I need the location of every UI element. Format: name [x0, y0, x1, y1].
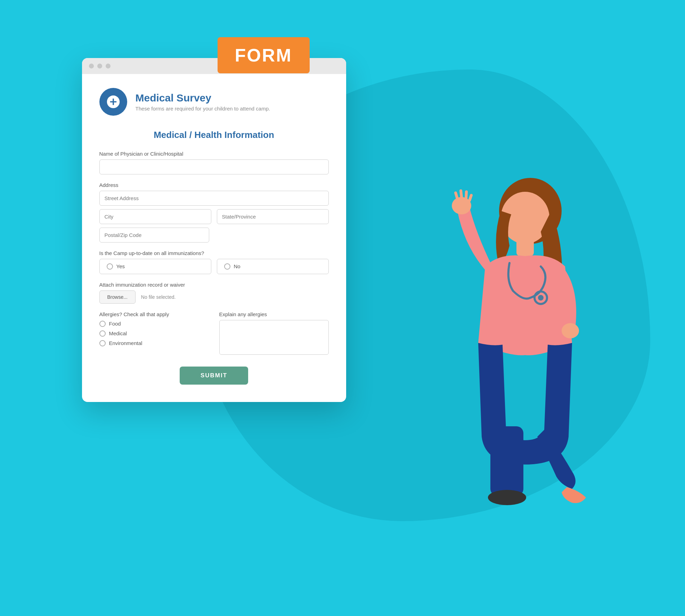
allergies-left: Allergies? Check all that apply Food Med…	[99, 311, 209, 350]
immunization-radio-group: Yes No	[99, 259, 329, 274]
environmental-checkbox[interactable]	[99, 340, 106, 346]
allergies-row: Allergies? Check all that apply Food Med…	[99, 311, 329, 356]
svg-rect-11	[490, 426, 523, 496]
allergies-field-group: Allergies? Check all that apply Food Med…	[99, 311, 329, 356]
scene: FORM Medical Survey These forms are requ…	[65, 30, 621, 586]
browser-dot-2	[97, 64, 102, 68]
address-field-group: Address	[99, 182, 329, 243]
survey-title: Medical Survey	[136, 92, 270, 104]
svg-line-7	[470, 195, 471, 200]
medical-label: Medical	[109, 330, 127, 336]
survey-icon	[99, 88, 127, 116]
survey-header: Medical Survey These forms are required …	[99, 88, 329, 116]
no-label: No	[234, 263, 240, 269]
doctor-illustration	[423, 134, 631, 517]
browser-dot-1	[89, 64, 94, 68]
survey-subtitle: These forms are required for your childr…	[136, 106, 270, 112]
svg-point-12	[488, 490, 526, 505]
file-row: Browse... No file selected.	[99, 290, 329, 304]
svg-point-3	[452, 197, 471, 214]
form-badge: FORM	[218, 37, 310, 73]
svg-line-4	[456, 193, 457, 199]
submit-button[interactable]: SUBMIT	[180, 367, 248, 385]
environmental-label: Environmental	[109, 340, 142, 346]
attach-label: Attach immunization record or waiver	[99, 282, 329, 288]
explain-label: Explain any allergies	[219, 311, 329, 317]
form-content: Medical Survey These forms are required …	[82, 74, 346, 402]
survey-title-group: Medical Survey These forms are required …	[136, 92, 270, 112]
physician-field-group: Name of Physician or Clinic/Hospital	[99, 151, 329, 174]
food-label: Food	[109, 321, 121, 327]
explain-textarea[interactable]	[219, 320, 329, 355]
immunization-label: Is the Camp up-to-date on all immunizati…	[99, 250, 329, 256]
no-radio[interactable]	[224, 263, 230, 270]
physician-label: Name of Physician or Clinic/Hospital	[99, 151, 329, 157]
attach-field-group: Attach immunization record or waiver Bro…	[99, 282, 329, 304]
food-checkbox[interactable]	[99, 321, 106, 327]
svg-point-8	[562, 323, 579, 338]
yes-label: Yes	[116, 263, 125, 269]
allergies-label: Allergies? Check all that apply	[99, 311, 209, 317]
no-option[interactable]: No	[217, 259, 329, 274]
postal-input[interactable]	[99, 228, 210, 243]
state-input[interactable]	[217, 209, 329, 224]
street-address-input[interactable]	[99, 191, 329, 206]
browse-button[interactable]: Browse...	[99, 290, 136, 304]
svg-line-6	[466, 192, 466, 198]
svg-line-5	[461, 191, 462, 197]
yes-option[interactable]: Yes	[99, 259, 211, 274]
plus-icon	[106, 94, 121, 109]
allergies-right: Explain any allergies	[219, 311, 329, 356]
yes-radio[interactable]	[107, 263, 113, 270]
section-title: Medical / Health Information	[99, 130, 329, 140]
medical-checkbox-item[interactable]: Medical	[99, 330, 209, 337]
no-file-text: No file selected.	[141, 294, 176, 300]
food-checkbox-item[interactable]: Food	[99, 321, 209, 327]
postal-row	[99, 228, 329, 243]
medical-checkbox[interactable]	[99, 330, 106, 337]
doctor-svg	[423, 134, 631, 517]
physician-input[interactable]	[99, 159, 329, 174]
environmental-checkbox-item[interactable]: Environmental	[99, 340, 209, 346]
svg-point-10	[538, 295, 544, 301]
city-state-row	[99, 209, 329, 224]
svg-rect-2	[516, 239, 534, 256]
browser-window: Medical Survey These forms are required …	[82, 58, 346, 402]
browser-dot-3	[106, 64, 111, 68]
address-label: Address	[99, 182, 329, 188]
immunization-field-group: Is the Camp up-to-date on all immunizati…	[99, 250, 329, 274]
city-input[interactable]	[99, 209, 211, 224]
